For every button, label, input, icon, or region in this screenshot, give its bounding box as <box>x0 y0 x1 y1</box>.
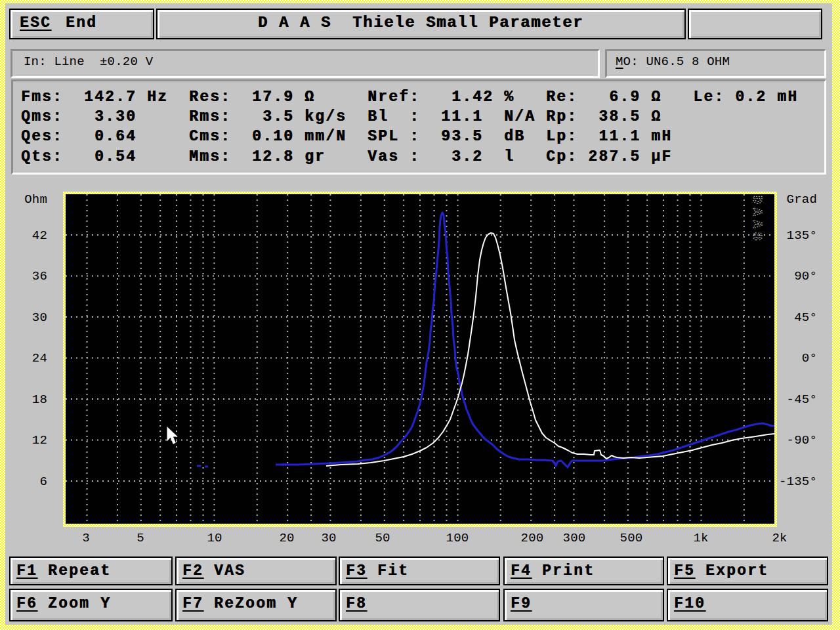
svg-text:DAAS: DAAS <box>749 196 765 244</box>
